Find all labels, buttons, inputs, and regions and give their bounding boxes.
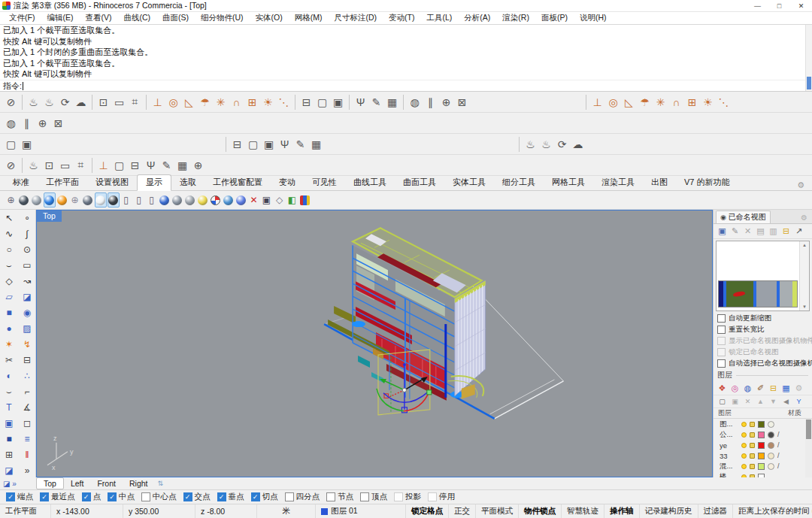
status-cell[interactable]: 工作平面 bbox=[0, 504, 51, 518]
command-prompt[interactable]: 指令: bbox=[0, 80, 812, 91]
batch-render-icon[interactable]: ▭ bbox=[111, 93, 127, 111]
proxy-box-icon[interactable]: ▢ bbox=[3, 135, 19, 153]
layer-lock-icon[interactable] bbox=[750, 453, 755, 459]
osnap-option[interactable]: 中心点 bbox=[141, 492, 177, 502]
sphere-light-icon[interactable]: ◎ bbox=[165, 93, 181, 111]
cloud-render-icon[interactable]: ☁ bbox=[73, 93, 89, 111]
status-cell[interactable]: 物件锁点 bbox=[519, 504, 562, 518]
extrude-icon[interactable]: ▨ bbox=[18, 320, 36, 336]
toolbar-tab[interactable]: 曲面工具 bbox=[395, 175, 444, 190]
render-interactive-icon[interactable]: ♨ bbox=[41, 93, 57, 111]
color-wheel-icon[interactable]: ◎ bbox=[729, 382, 741, 395]
ies-light-icon[interactable]: ◺ bbox=[181, 93, 197, 111]
surface-corner-icon[interactable]: ◪ bbox=[18, 289, 36, 304]
clipper-icon[interactable]: ✎ bbox=[159, 156, 174, 174]
edit-view-icon[interactable]: ✎ bbox=[729, 225, 741, 238]
left-toolbar-overflow-icon[interactable]: ◪ » bbox=[3, 480, 17, 488]
menu-item[interactable]: 编辑(E) bbox=[41, 13, 79, 23]
point-light-icon[interactable]: ✳ bbox=[213, 93, 229, 111]
fur-icon[interactable]: Ψ bbox=[277, 135, 292, 153]
layer-visibility-icon[interactable] bbox=[741, 422, 747, 427]
toolbar-tab[interactable]: 显示 bbox=[137, 174, 171, 191]
osnap-option[interactable]: ✓ 垂点 bbox=[217, 492, 244, 502]
linked-views-icon[interactable] bbox=[159, 192, 171, 208]
omni-light-icon[interactable]: ⊞ bbox=[684, 93, 700, 111]
proxy-box-icon[interactable]: ▢ bbox=[314, 93, 330, 111]
osnap-option[interactable]: 投影 bbox=[394, 492, 421, 502]
status-cell[interactable]: x -143.00 bbox=[51, 504, 123, 518]
osnap-checkbox[interactable]: ✓ bbox=[183, 492, 192, 501]
grid-icon[interactable]: ⊞ bbox=[0, 447, 18, 462]
panel-checkbox[interactable]: 显示已命名视图摄像机物件 bbox=[714, 335, 812, 347]
proxy-box-icon[interactable]: ▢ bbox=[111, 156, 127, 174]
delete-layer-icon[interactable]: ✕ bbox=[741, 395, 754, 408]
collapse-icon[interactable]: ◀ bbox=[780, 395, 792, 408]
copy-view-icon[interactable]: ▤ bbox=[754, 225, 767, 238]
menu-item[interactable]: 曲面(S) bbox=[156, 13, 195, 23]
move-up-icon[interactable]: ▲ bbox=[754, 395, 767, 408]
dimension-icon[interactable]: ∡ bbox=[18, 399, 36, 415]
toolbar-tab[interactable]: 选取 bbox=[171, 175, 205, 190]
capture-view-icon[interactable] bbox=[235, 192, 247, 208]
layer-color-swatch[interactable] bbox=[758, 442, 765, 449]
layer-row[interactable]: ye / bbox=[714, 440, 812, 450]
batch-render-icon[interactable]: ▭ bbox=[57, 156, 73, 174]
ellipse-icon[interactable]: ⊙ bbox=[18, 241, 36, 257]
frame-buffer-icon[interactable]: ⊡ bbox=[41, 156, 57, 174]
tab-gear-icon[interactable]: ⚙ bbox=[797, 180, 807, 190]
named-view-thumbnail[interactable] bbox=[718, 280, 798, 307]
layer-row[interactable]: 混... / bbox=[714, 461, 812, 471]
dome-light-icon[interactable]: ∩ bbox=[668, 93, 684, 111]
osnap-option[interactable]: 节点 bbox=[326, 492, 353, 502]
freeform-icon[interactable]: ↝ bbox=[18, 273, 36, 289]
osnap-option[interactable]: ✓ 交点 bbox=[183, 492, 211, 502]
cplane-compass-icon[interactable] bbox=[210, 192, 222, 208]
plane-icon[interactable]: ◻ bbox=[18, 415, 36, 431]
layer-color-swatch[interactable] bbox=[758, 463, 765, 470]
menu-item[interactable]: 细分物件(U) bbox=[195, 13, 250, 23]
sun-sphere-icon[interactable] bbox=[197, 192, 209, 208]
shaded-display-icon[interactable] bbox=[18, 192, 30, 208]
vray-icon[interactable]: ⊘ bbox=[3, 156, 19, 174]
status-cell[interactable]: 正交 bbox=[449, 504, 476, 518]
osnap-option[interactable]: ✓ 端点 bbox=[6, 492, 33, 502]
import-view-icon[interactable]: ⊟ bbox=[780, 225, 792, 238]
command-area[interactable]: 已加入 1 个截平面至选取集合。快按 Alt 键可以复制物件已加入 1 个封闭的… bbox=[0, 25, 812, 92]
sun-light-icon[interactable]: ☀ bbox=[260, 93, 276, 111]
fur-icon[interactable]: Ψ bbox=[143, 156, 159, 174]
point-icon[interactable]: ∘ bbox=[18, 210, 36, 226]
xray-display-icon[interactable] bbox=[82, 192, 94, 208]
render-update-icon[interactable]: ⟳ bbox=[554, 135, 570, 153]
menu-item[interactable]: 说明(H) bbox=[574, 13, 613, 23]
viewport-tab[interactable]: Top bbox=[36, 477, 64, 489]
status-cell[interactable]: 图层 01 bbox=[316, 504, 406, 518]
menu-item[interactable]: 查看(V) bbox=[79, 13, 117, 23]
twist-icon[interactable]: ◪ bbox=[0, 462, 18, 478]
clear-display-icon[interactable]: ✕ bbox=[248, 192, 260, 208]
osnap-checkbox[interactable] bbox=[360, 492, 369, 501]
layer-row[interactable]: 公... / bbox=[714, 429, 812, 440]
arctic-display-icon[interactable] bbox=[95, 192, 107, 208]
status-cell[interactable]: 过滤器 bbox=[698, 504, 734, 518]
toolbar-tab[interactable]: 标准 bbox=[5, 175, 38, 190]
ies-light-icon[interactable]: ◺ bbox=[621, 93, 637, 111]
command-scrollbar[interactable] bbox=[805, 25, 812, 91]
status-cell[interactable]: 智慧轨迹 bbox=[562, 504, 604, 518]
layer-material-swatch[interactable] bbox=[768, 432, 774, 438]
toolbar-tab[interactable]: 网格工具 bbox=[544, 175, 593, 190]
pin-view-icon[interactable]: ↗ bbox=[792, 225, 805, 238]
ghosted-display-icon[interactable] bbox=[31, 192, 43, 208]
trim-icon[interactable]: ✂ bbox=[0, 352, 18, 368]
toolbar-tab[interactable]: 细分工具 bbox=[494, 175, 544, 190]
close-button[interactable]: ✕ bbox=[790, 0, 812, 11]
layer-row[interactable]: 楼... bbox=[714, 471, 812, 477]
layer-color-swatch[interactable] bbox=[758, 421, 765, 428]
wireframe-sphere-icon[interactable]: ⊕ bbox=[69, 192, 81, 208]
layer-visibility-icon[interactable] bbox=[741, 464, 747, 469]
proxy-scene-icon[interactable]: ▣ bbox=[330, 93, 346, 111]
fullscreen-icon[interactable]: ▣ bbox=[261, 192, 273, 208]
status-cell[interactable]: 距离上次保存的时间 (分钟): 127 bbox=[733, 504, 812, 518]
layer-lock-icon[interactable] bbox=[750, 464, 755, 469]
view-sphere-icon[interactable] bbox=[223, 192, 235, 208]
layer-material-swatch[interactable] bbox=[768, 442, 774, 449]
